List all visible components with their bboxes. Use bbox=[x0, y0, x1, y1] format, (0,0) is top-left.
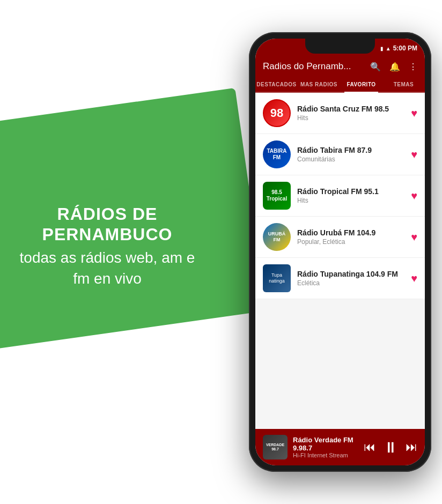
more-menu-icon[interactable]: ⋮ bbox=[409, 62, 417, 72]
station-genre: Popular, Eclética bbox=[297, 238, 404, 246]
station-logo-santacruz: 98 bbox=[263, 99, 291, 127]
player-controls: ⏮ ⏸ ⏭ bbox=[364, 439, 417, 456]
list-item[interactable]: 98.5Tropical Rádio Tropical FM 95.1 Hits… bbox=[255, 175, 425, 217]
app-header: Radios do Pernamb... 🔍 🔔 ⋮ bbox=[255, 56, 425, 77]
station-info: Rádio Tropical FM 95.1 Hits bbox=[297, 187, 404, 204]
signal-icon: ▲ bbox=[386, 46, 391, 51]
station-logo-tupanatinga: Tupanatinga bbox=[263, 264, 291, 292]
player-stream-type: Hi-FI Internet Stream bbox=[293, 452, 358, 458]
list-item[interactable]: 98 Rádio Santa Cruz FM 98.5 Hits ♥ bbox=[255, 93, 425, 134]
header-icons: 🔍 🔔 ⋮ bbox=[370, 62, 417, 72]
player-info: Rádio Verdade FM 9.98.7 Hi-FI Internet S… bbox=[293, 436, 358, 458]
status-time: 5:00 PM bbox=[393, 45, 417, 52]
tab-mas-radios[interactable]: MAS RADIOS bbox=[298, 77, 340, 92]
list-item[interactable]: URUBÁFM Rádio Urubá FM 104.9 Popular, Ec… bbox=[255, 217, 425, 258]
station-info: Rádio Tupanatinga 104.9 FM Eclética bbox=[297, 270, 404, 287]
station-genre: Hits bbox=[297, 114, 404, 122]
phone-screen: ▮ ▲ 5:00 PM Radios do Pernamb... 🔍 🔔 ⋮ D… bbox=[255, 39, 425, 465]
station-name: Rádio Tupanatinga 104.9 FM bbox=[297, 270, 404, 278]
bottom-player: VERDADE98.7 Rádio Verdade FM 9.98.7 Hi-F… bbox=[255, 429, 425, 465]
alarm-icon[interactable]: 🔔 bbox=[389, 62, 400, 72]
tab-temas[interactable]: TEMAS bbox=[382, 77, 425, 92]
app-title: Radios do Pernamb... bbox=[263, 61, 370, 72]
station-name: Rádio Santa Cruz FM 98.5 bbox=[297, 105, 404, 113]
rewind-button[interactable]: ⏮ bbox=[364, 440, 375, 454]
station-genre: Comunitárias bbox=[297, 155, 404, 163]
promo-subtitle: todas as rádios web, am e fm en vivo bbox=[16, 247, 198, 289]
station-logo-tropical: 98.5Tropical bbox=[263, 182, 291, 210]
phone-mockup: ▮ ▲ 5:00 PM Radios do Pernamb... 🔍 🔔 ⋮ D… bbox=[249, 32, 431, 472]
pause-button[interactable]: ⏸ bbox=[383, 439, 398, 456]
station-info: Rádio Santa Cruz FM 98.5 Hits bbox=[297, 105, 404, 122]
list-item[interactable]: TABIRAFM Rádio Tabira FM 87.9 Comunitári… bbox=[255, 134, 425, 175]
station-logo-tabira: TABIRAFM bbox=[263, 140, 291, 168]
promo-text-block: RÁDIOS DE PERNAMBUCO todas as rádios web… bbox=[16, 204, 198, 289]
tab-favorito[interactable]: FAVORITO bbox=[340, 77, 382, 92]
tab-bar: DESTACADOS MAS RADIOS FAVORITO TEMAS bbox=[255, 77, 425, 93]
favorite-heart-icon[interactable]: ♥ bbox=[411, 231, 417, 243]
player-station-name: Rádio Verdade FM 9.98.7 bbox=[293, 436, 358, 452]
favorite-heart-icon[interactable]: ♥ bbox=[411, 272, 417, 285]
battery-icon: ▮ bbox=[380, 46, 384, 51]
station-name: Rádio Tropical FM 95.1 bbox=[297, 187, 404, 196]
status-icons: ▮ ▲ bbox=[380, 46, 391, 51]
favorite-heart-icon[interactable]: ♥ bbox=[411, 149, 417, 161]
station-info: Rádio Urubá FM 104.9 Popular, Eclética bbox=[297, 228, 404, 246]
station-genre: Eclética bbox=[297, 279, 404, 287]
station-logo-uruba: URUBÁFM bbox=[263, 223, 291, 251]
phone-notch bbox=[305, 39, 375, 54]
radio-list: 98 Rádio Santa Cruz FM 98.5 Hits ♥ TABIR… bbox=[255, 93, 425, 414]
list-item[interactable]: Tupanatinga Rádio Tupanatinga 104.9 FM E… bbox=[255, 258, 425, 299]
favorite-heart-icon[interactable]: ♥ bbox=[411, 190, 417, 202]
station-genre: Hits bbox=[297, 197, 404, 204]
search-icon[interactable]: 🔍 bbox=[370, 62, 381, 72]
favorite-heart-icon[interactable]: ♥ bbox=[411, 107, 417, 120]
player-station-logo: VERDADE98.7 bbox=[263, 435, 288, 459]
station-name: Rádio Urubá FM 104.9 bbox=[297, 228, 404, 237]
phone-shell: ▮ ▲ 5:00 PM Radios do Pernamb... 🔍 🔔 ⋮ D… bbox=[249, 32, 431, 472]
tab-destacados[interactable]: DESTACADOS bbox=[255, 77, 298, 92]
station-info: Rádio Tabira FM 87.9 Comunitárias bbox=[297, 146, 404, 163]
fast-forward-button[interactable]: ⏭ bbox=[406, 440, 417, 454]
station-name: Rádio Tabira FM 87.9 bbox=[297, 146, 404, 154]
promo-title: RÁDIOS DE PERNAMBUCO bbox=[16, 204, 198, 245]
